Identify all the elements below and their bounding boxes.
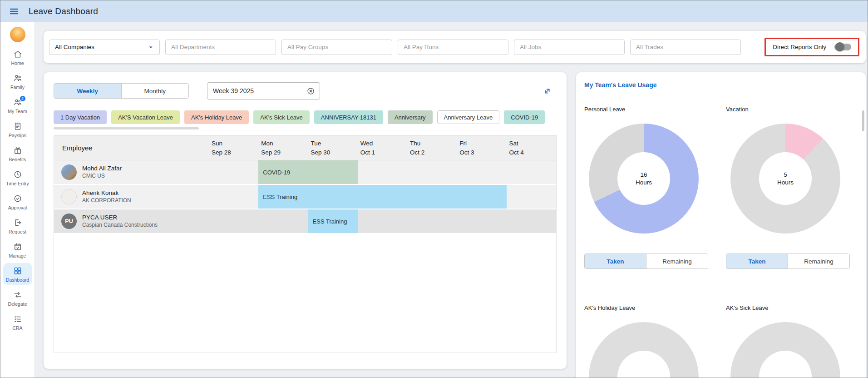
- legend-chip-covid-19[interactable]: COVID-19: [504, 110, 545, 124]
- donut-chart: 16Hours: [589, 124, 699, 234]
- employee-info: Mohd Ali ZafarCMiC US: [82, 164, 122, 179]
- filter-all-departments-input[interactable]: [165, 40, 276, 55]
- sidebar-item-label: Benefits: [9, 157, 26, 162]
- sidebar-item-time-entry[interactable]: Time Entry: [3, 167, 32, 189]
- legend-chip-1-day-vacation[interactable]: 1 Day Vacation: [54, 110, 107, 124]
- home-icon: [13, 50, 22, 59]
- filter-all-pay-runs-input[interactable]: [398, 40, 508, 55]
- delegate-icon: [13, 290, 22, 299]
- legend-chip-anniversary[interactable]: Anniversary: [388, 110, 433, 124]
- leave-type-legend: 1 Day VacationAK'S Vacation LeaveAK's Ho…: [54, 110, 557, 124]
- donut-chart: 5Hours: [730, 124, 840, 234]
- filter-all-jobs-input[interactable]: [514, 40, 625, 55]
- view-toggle: WeeklyMonthly: [54, 83, 189, 99]
- chart-title: Personal Leave: [584, 106, 726, 113]
- donut-chart: [730, 322, 840, 378]
- day-column-header: ThuOct 2: [407, 139, 457, 157]
- dashboard-icon: [13, 266, 22, 275]
- main-content: All Companies Direct Reports Only Weekly…: [35, 22, 868, 378]
- day-date: Oct 1: [360, 148, 407, 157]
- hamburger-menu-icon[interactable]: [9, 6, 20, 17]
- toggle-remaining[interactable]: Remaining: [646, 254, 708, 269]
- sidebar-item-label: Family: [10, 85, 25, 90]
- day-column-header: TueSep 30: [308, 139, 358, 157]
- table-row[interactable]: Mohd Ali ZafarCMiC USCOVID-19: [54, 160, 556, 185]
- center-value: 5: [784, 171, 787, 178]
- toggle-taken[interactable]: Taken: [726, 254, 788, 269]
- chevron-down-icon: [147, 43, 155, 51]
- sidebar-item-label: Home: [11, 60, 24, 66]
- sidebar-item-my-team[interactable]: 2My Team: [3, 94, 32, 116]
- app-window: Leave Dashboard HomeFamily2My TeamPaysli…: [0, 0, 868, 378]
- legend-chip-ak-s-holiday-leave[interactable]: AK's Holiday Leave: [184, 110, 249, 124]
- legend-chip-anniversary-leave[interactable]: Anniversary Leave: [437, 110, 500, 124]
- toggle-taken[interactable]: Taken: [585, 254, 646, 269]
- legend-chip-anniversay-18131[interactable]: ANNIVERSAY-18131: [314, 110, 383, 124]
- sidebar-item-family[interactable]: Family: [3, 70, 32, 92]
- view-toggle-weekly[interactable]: Weekly: [54, 84, 121, 98]
- donut-center: 16Hours: [617, 152, 670, 205]
- week-input[interactable]: [213, 87, 306, 94]
- benefits-icon: [13, 146, 22, 155]
- day-of-week: Mon: [261, 139, 308, 148]
- direct-reports-label: Direct Reports Only: [773, 44, 826, 50]
- day-of-week: Tue: [311, 139, 358, 148]
- table-row[interactable]: Ahenk KonakAK CORPORATIONESS Training: [54, 185, 556, 209]
- usage-card: My Team's Leave Usage Personal Leave16Ho…: [576, 72, 866, 378]
- sidebar-item-delegate[interactable]: Delegate: [3, 287, 32, 309]
- app-logo: [10, 27, 25, 42]
- employee-info: Ahenk KonakAK CORPORATION: [82, 189, 131, 204]
- sidebar-item-approval[interactable]: Approval: [3, 191, 32, 213]
- taken-remaining-toggle: TakenRemaining: [726, 254, 850, 269]
- day-of-week: Sat: [509, 139, 556, 148]
- leave-event[interactable]: ESS Training: [308, 209, 358, 233]
- sidebar-item-home[interactable]: Home: [3, 46, 32, 68]
- day-of-week: Wed: [360, 139, 407, 148]
- sidebar-item-label: CRA: [12, 325, 22, 331]
- day-column-header: FriOct 3: [457, 139, 506, 157]
- leave-event[interactable]: ESS Training: [258, 185, 506, 209]
- sidebar: HomeFamily2My TeamPayslipsBenefitsTime E…: [0, 22, 35, 378]
- chart-title: AK's Sick Leave: [726, 304, 858, 311]
- sidebar-item-label: Delegate: [8, 301, 27, 307]
- legend-scrollbar-thumb[interactable]: [54, 127, 199, 129]
- sidebar-item-label: Dashboard: [6, 277, 29, 283]
- sidebar-item-dashboard[interactable]: Dashboard: [3, 263, 32, 285]
- legend-chip-ak-s-vacation-leave[interactable]: AK'S Vacation Leave: [111, 110, 180, 124]
- top-bar: Leave Dashboard: [0, 0, 868, 22]
- filter-all-pay-groups-input[interactable]: [281, 40, 392, 55]
- day-date: Oct 4: [509, 148, 556, 157]
- leave-event[interactable]: COVID-19: [258, 160, 358, 184]
- schedule-toolbar: WeeklyMonthly: [54, 82, 557, 99]
- employee-cell: Mohd Ali ZafarCMiC US: [54, 164, 209, 180]
- table-row[interactable]: PUPYCA USERCaspian Canada ConstructionsE…: [54, 209, 556, 234]
- toggle-remaining[interactable]: Remaining: [788, 254, 849, 269]
- sidebar-item-benefits[interactable]: Benefits: [3, 143, 32, 164]
- direct-reports-toggle[interactable]: [834, 44, 851, 50]
- usage-chart-personal-leave: Personal Leave16HoursTakenRemaining: [584, 106, 726, 269]
- legend-chip-ak-s-sick-leave[interactable]: AK's Sick Leave: [253, 110, 310, 124]
- usage-scrollbar-thumb[interactable]: [862, 110, 864, 131]
- toggle-knob: [835, 42, 844, 51]
- sidebar-item-cra[interactable]: CRA: [3, 311, 32, 333]
- employee-company: AK CORPORATION: [82, 197, 131, 204]
- clear-week-icon[interactable]: [306, 87, 315, 95]
- sidebar-item-request[interactable]: Request: [3, 215, 32, 237]
- sidebar-item-manage[interactable]: Manage: [3, 239, 32, 261]
- view-toggle-monthly[interactable]: Monthly: [121, 84, 189, 98]
- day-of-week: Sun: [212, 139, 258, 148]
- center-value: 16: [640, 171, 647, 178]
- usage-chart-ak-s-sick-leave: AK's Sick Leave: [726, 304, 858, 378]
- filter-all-companies-select[interactable]: All Companies: [49, 40, 160, 55]
- taken-remaining-toggle: TakenRemaining: [584, 254, 708, 269]
- sidebar-nav: HomeFamily2My TeamPayslipsBenefitsTime E…: [0, 46, 35, 333]
- expand-icon[interactable]: [542, 86, 552, 96]
- sidebar-item-payslips[interactable]: Payslips: [3, 119, 32, 140]
- day-of-week: Fri: [459, 139, 506, 148]
- center-unit: Hours: [636, 179, 652, 186]
- filter-all-trades-input[interactable]: [630, 40, 741, 55]
- day-date: Sep 29: [261, 148, 308, 157]
- employee-column-header: Employee: [54, 144, 209, 152]
- week-picker: [207, 82, 320, 99]
- annotation-highlight: Direct Reports Only: [764, 38, 859, 56]
